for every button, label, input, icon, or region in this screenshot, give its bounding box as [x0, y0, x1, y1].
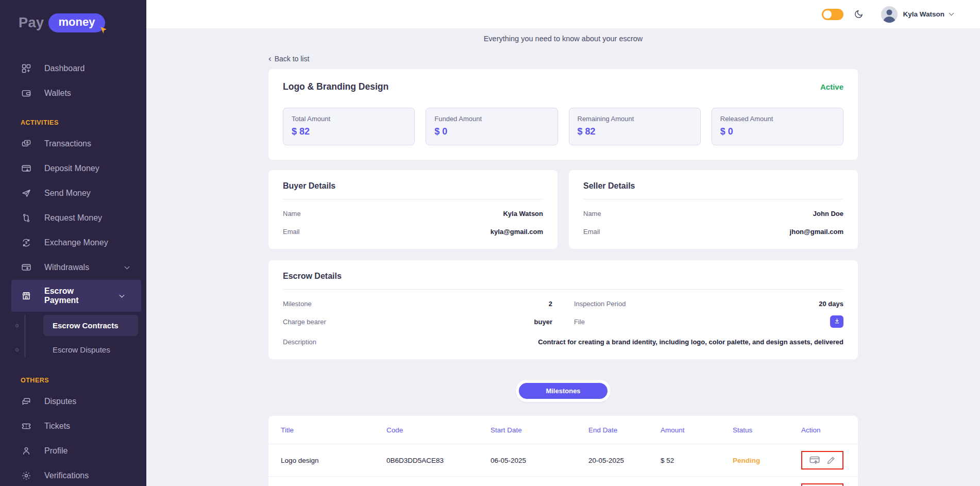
sidebar-item-label: Escrow Payment	[44, 287, 108, 305]
sidebar-item-label: Verifications	[44, 471, 89, 480]
sidebar-item-escrow-payment[interactable]: Escrow Payment	[11, 280, 141, 312]
sidebar-item-profile[interactable]: Profile	[0, 439, 146, 463]
file-row: File	[574, 318, 843, 328]
charge-bearer-row: Charge bearer buyer	[283, 318, 552, 328]
sidebar-item-dashboard[interactable]: Dashboard	[0, 56, 146, 81]
sidebar-item-tickets[interactable]: Tickets	[0, 414, 146, 439]
wallet-icon	[21, 88, 32, 99]
seller-name-value: John Doe	[813, 210, 843, 217]
status-badge: Active	[820, 82, 843, 91]
table-row: Branding design 9C0D841670F6A 14-05-2025…	[268, 477, 858, 486]
sidebar-item-wallets[interactable]: Wallets	[0, 81, 146, 106]
seller-details-card: Seller Details Name John Doe Email jhon@…	[569, 170, 858, 249]
amount-stats: Total Amount $ 82 Funded Amount $ 0 Rema…	[283, 108, 843, 145]
send-icon	[21, 188, 32, 199]
description-label: Description	[283, 338, 316, 346]
cursor-arrow-icon	[99, 24, 108, 38]
svg-text:$: $	[25, 241, 27, 245]
seller-email-value: jhon@gmail.com	[790, 228, 843, 236]
moon-icon[interactable]	[854, 9, 864, 19]
sidebar-item-transactions[interactable]: Transactions	[0, 131, 146, 156]
stat-value: $ 0	[720, 126, 835, 137]
brand-logo[interactable]: Pay money	[0, 9, 146, 32]
divider	[283, 199, 543, 199]
chat-icon	[21, 396, 32, 407]
theme-toggle[interactable]	[822, 9, 843, 20]
description-row: Description Contract for creating a bran…	[283, 338, 843, 346]
action-box	[801, 451, 843, 470]
back-to-list-link[interactable]: ‹ Back to list	[268, 54, 309, 63]
dashboard-icon	[21, 63, 32, 74]
seller-card-title: Seller Details	[583, 181, 843, 191]
sidebar-item-label: Wallets	[44, 89, 71, 98]
sidebar-item-exchange-money[interactable]: $ Exchange Money	[0, 230, 146, 255]
sidebar-item-deposit-money[interactable]: Deposit Money	[0, 156, 146, 181]
email-label: Email	[583, 228, 600, 236]
sidebar-item-label: Send Money	[44, 189, 91, 198]
gear-icon	[21, 470, 32, 481]
sidebar-item-disputes[interactable]: Disputes	[0, 389, 146, 414]
name-label: Name	[283, 210, 301, 217]
file-download-button[interactable]	[830, 315, 843, 328]
seller-email-row: Email jhon@gmail.com	[583, 228, 843, 236]
user-menu[interactable]: Kyla Watson	[881, 6, 953, 23]
stat-label: Total Amount	[292, 115, 406, 123]
column-action: Action	[801, 426, 858, 434]
contract-title: Logo & Branding Design	[283, 81, 388, 92]
storefront-icon	[21, 290, 32, 301]
cell-start-date: 06-05-2025	[491, 457, 588, 464]
sidebar-item-label: Transactions	[44, 139, 91, 148]
buyer-details-card: Buyer Details Name Kyla Watson Email kyl…	[268, 170, 557, 249]
sidebar-item-label: Profile	[44, 446, 67, 456]
sidebar-item-escrow-contracts[interactable]: Escrow Contracts	[43, 315, 138, 336]
email-label: Email	[283, 228, 300, 236]
chevron-down-icon	[949, 11, 954, 16]
column-title: Title	[281, 426, 386, 434]
column-amount: Amount	[661, 426, 733, 434]
column-end-date: End Date	[588, 426, 661, 434]
milestones-button[interactable]: Milestones	[519, 383, 607, 399]
sidebar-item-request-money[interactable]: Request Money	[0, 206, 146, 230]
stat-label: Released Amount	[720, 115, 835, 123]
sidebar-item-escrow-disputes[interactable]: Escrow Disputes	[43, 339, 138, 360]
person-icon	[21, 445, 32, 457]
edit-icon[interactable]	[826, 456, 836, 465]
stat-label: Funded Amount	[434, 115, 549, 123]
escrow-details-card: Escrow Details Milestone 2 Inspection Pe…	[268, 260, 858, 359]
sidebar-item-send-money[interactable]: Send Money	[0, 181, 146, 206]
exchange-icon: $	[21, 237, 32, 248]
stat-released-amount: Released Amount $ 0	[712, 108, 843, 145]
milestone-row: Milestone 2	[283, 300, 552, 308]
stat-label: Remaining Amount	[578, 115, 692, 123]
cell-status: Pending	[733, 457, 801, 464]
main-area: Kyla Watson Everything you need to know …	[146, 0, 980, 486]
cell-end-date: 20-05-2025	[588, 457, 661, 464]
contract-summary-card: Logo & Branding Design Active Total Amou…	[268, 69, 858, 160]
inspection-period-label: Inspection Period	[574, 300, 626, 308]
seller-name-row: Name John Doe	[583, 210, 843, 217]
brand-pay-text: Pay	[19, 15, 44, 31]
stat-total-amount: Total Amount $ 82	[283, 108, 415, 145]
buyer-name-value: Kyla Watson	[503, 210, 543, 217]
sidebar-item-label: Deposit Money	[44, 164, 99, 173]
stat-value: $ 0	[434, 126, 549, 137]
app-root: Pay money Dashboard Wallets A	[0, 0, 980, 486]
download-icon	[834, 317, 840, 326]
release-payment-icon[interactable]	[809, 455, 820, 466]
sidebar-item-verifications[interactable]: Verifications	[0, 463, 146, 486]
topbar: Kyla Watson	[146, 0, 980, 28]
bullet-circle-icon	[15, 324, 19, 327]
sidebar-item-label: Escrow Contracts	[53, 321, 119, 330]
stat-remaining-amount: Remaining Amount $ 82	[569, 108, 701, 145]
submenu-guideline	[25, 315, 25, 357]
request-icon	[21, 212, 32, 224]
page-content: Everything you need to know about your e…	[146, 28, 980, 486]
cell-amount: $ 52	[661, 457, 733, 464]
sidebar-item-withdrawals[interactable]: Withdrawals	[0, 255, 146, 280]
sidebar-item-label: Disputes	[44, 397, 76, 406]
stat-value: $ 82	[292, 126, 406, 137]
cell-title: Logo design	[281, 457, 386, 464]
sidebar-item-label: Tickets	[44, 422, 70, 431]
sidebar-nav: Dashboard Wallets ACTIVITIES Transaction…	[0, 56, 146, 486]
sidebar-item-label: Exchange Money	[44, 238, 108, 247]
